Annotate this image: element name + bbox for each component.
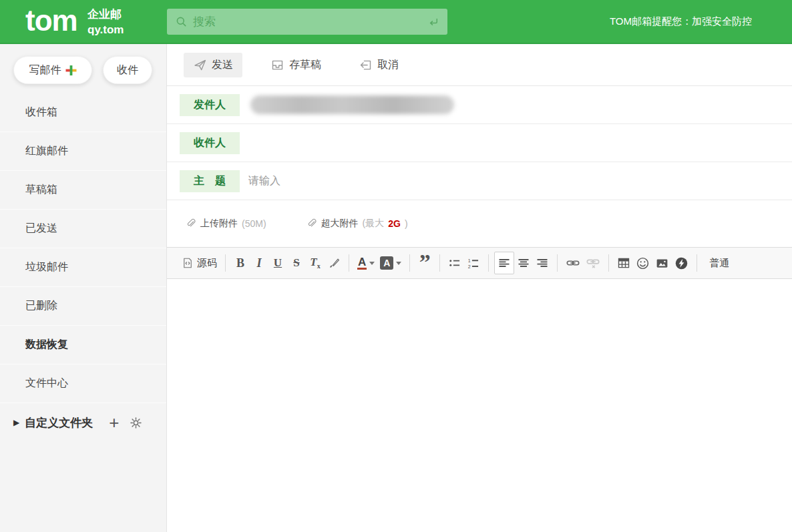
from-label: 发件人 (180, 94, 240, 116)
insert-link-button[interactable] (563, 252, 583, 274)
compose-button[interactable]: 写邮件 (13, 56, 92, 84)
to-input[interactable] (248, 124, 792, 162)
expand-arrow-icon[interactable]: ▶ (13, 418, 19, 427)
large-attachment-label: 超大附件 (321, 218, 359, 230)
subject-row: 主 题 (167, 162, 792, 200)
search-enter-icon[interactable] (427, 16, 439, 28)
format-painter-button[interactable] (325, 252, 343, 274)
large-attachment-button[interactable]: 超大附件 (最大 2G) (307, 218, 408, 230)
search-icon (175, 15, 188, 28)
sidebar-item-inbox[interactable]: 收件箱 (0, 93, 166, 132)
toolbar-separator (409, 254, 410, 272)
bullet-list-button[interactable] (445, 252, 464, 274)
subject-input[interactable] (248, 162, 792, 200)
sidebar-item-data-recovery[interactable]: 数据恢复 (0, 326, 166, 364)
align-left-button[interactable] (494, 252, 514, 274)
emoji-button[interactable] (633, 252, 652, 274)
insert-table-button[interactable] (614, 252, 633, 274)
editor-toolbar: 源码 B I U S Tx A A (167, 247, 792, 279)
text-color-button[interactable]: A (355, 252, 377, 274)
message-body-editor[interactable] (167, 279, 792, 532)
upload-attachment-button[interactable]: 上传附件 (50M) (186, 218, 266, 230)
toolbar-separator (439, 254, 440, 272)
upload-attachment-label: 上传附件 (200, 218, 238, 230)
sidebar-item-drafts[interactable]: 草稿箱 (0, 171, 166, 210)
source-code-label: 源码 (197, 257, 217, 270)
align-right-button[interactable] (533, 252, 552, 274)
paragraph-format-dropdown[interactable]: 普通 (703, 252, 736, 274)
chevron-down-icon (369, 262, 375, 265)
cancel-button[interactable]: 取消 (349, 53, 408, 77)
brand-line1: 企业邮 (87, 7, 124, 22)
image-icon (655, 256, 669, 270)
from-address-redacted[interactable] (250, 95, 454, 114)
align-center-icon (517, 256, 530, 270)
receive-button[interactable]: 收件 (103, 56, 152, 84)
folder-menu: 收件箱 红旗邮件 草稿箱 已发送 垃圾邮件 已删除 数据恢复 文件中心 ▶ 自定… (0, 93, 166, 442)
toolbar-separator (349, 254, 349, 272)
send-button[interactable]: 发送 (184, 53, 242, 77)
top-header: tom 企业邮 qy.tom TOM邮箱提醒您：加强安全防控 (0, 0, 792, 44)
search-box[interactable] (167, 9, 447, 35)
sidebar-item-label: 文件中心 (25, 376, 68, 390)
flash-icon (674, 256, 688, 270)
sidebar-item-flagged[interactable]: 红旗邮件 (0, 132, 166, 171)
subject-label: 主 题 (180, 170, 240, 192)
sidebar-item-label: 数据恢复 (25, 338, 68, 352)
bold-glyph: B (236, 256, 244, 270)
numbered-list-button[interactable]: 12 (464, 252, 483, 274)
background-color-button[interactable]: A (377, 252, 404, 274)
bold-button[interactable]: B (231, 252, 250, 274)
large-attachment-limit-suffix: ) (405, 218, 408, 229)
compose-pane: 发送 存草稿 取消 发件人 (167, 44, 792, 532)
strikethrough-button[interactable]: S (287, 252, 306, 274)
sidebar-item-label: 垃圾邮件 (25, 260, 68, 274)
smiley-icon (636, 256, 650, 270)
source-code-button[interactable]: 源码 (179, 252, 220, 274)
paperclip-icon (186, 218, 196, 229)
svg-text:2: 2 (468, 264, 471, 270)
sidebar-item-label: 已发送 (25, 222, 57, 236)
align-left-icon (498, 256, 511, 270)
blockquote-button[interactable]: ” (415, 252, 434, 274)
remove-format-button[interactable]: Tx (306, 252, 325, 274)
italic-button[interactable]: I (250, 252, 268, 274)
sidebar-item-file-center[interactable]: 文件中心 (0, 364, 166, 403)
webmail-app: tom 企业邮 qy.tom TOM邮箱提醒您：加强安全防控 写邮件 (0, 0, 792, 532)
security-notice: TOM邮箱提醒您：加强安全防控 (610, 0, 752, 43)
brand-text: 企业邮 qy.tom (87, 7, 124, 37)
link-icon (566, 256, 580, 270)
to-row: 收件人 (167, 124, 792, 162)
large-attachment-limit-value: 2G (388, 218, 401, 229)
paintbrush-icon (328, 257, 341, 270)
add-folder-icon[interactable]: + (109, 414, 119, 431)
gear-icon[interactable] (130, 417, 142, 429)
sidebar-item-custom-folders[interactable]: ▶ 自定义文件夹 + (0, 403, 166, 442)
brand-line2: qy.tom (87, 22, 124, 37)
toolbar-separator (225, 254, 226, 272)
strikethrough-glyph: S (293, 256, 299, 270)
send-icon (193, 58, 207, 72)
toolbar-separator (608, 254, 609, 272)
sidebar-item-sent[interactable]: 已发送 (0, 210, 166, 248)
sidebar-item-deleted[interactable]: 已删除 (0, 287, 166, 326)
sidebar-item-spam[interactable]: 垃圾邮件 (0, 248, 166, 287)
source-code-icon (182, 257, 194, 269)
compose-actions-bar: 发送 存草稿 取消 (167, 44, 792, 86)
insert-flash-button[interactable] (672, 252, 691, 274)
compose-button-label: 写邮件 (29, 63, 61, 77)
large-attachment-limit-prefix: (最大 (363, 218, 385, 230)
search-input[interactable] (193, 15, 422, 29)
bullet-list-icon (448, 256, 461, 270)
underline-button[interactable]: U (268, 252, 287, 274)
upload-attachment-limit: (50M) (242, 218, 266, 229)
paragraph-format-label: 普通 (705, 257, 733, 270)
toolbar-separator (557, 254, 558, 272)
table-icon (617, 256, 630, 270)
italic-glyph: I (256, 256, 261, 270)
align-right-icon (536, 256, 549, 270)
remove-link-button[interactable] (583, 252, 603, 274)
insert-image-button[interactable] (652, 252, 672, 274)
save-draft-button[interactable]: 存草稿 (261, 53, 331, 77)
align-center-button[interactable] (514, 252, 533, 274)
